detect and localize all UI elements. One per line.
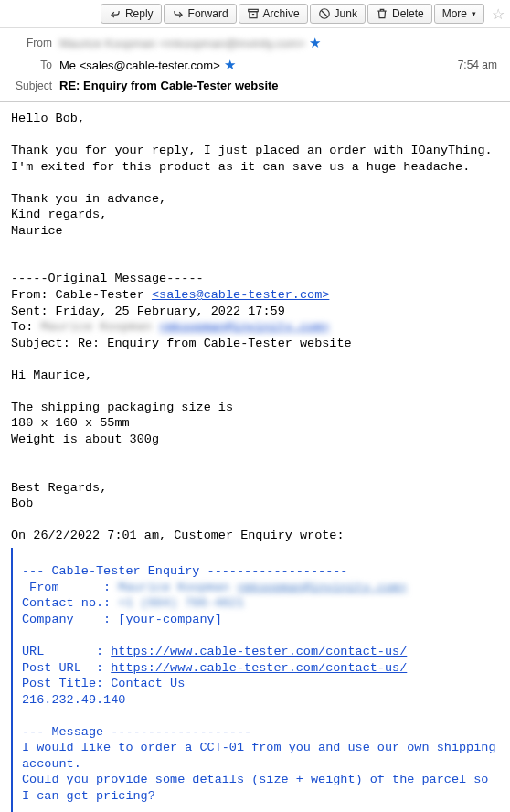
orig-ship: The shipping packaging size is 180 x 160… xyxy=(11,401,233,446)
quoted-block: --- Cable-Tester Enquiry ---------------… xyxy=(11,548,499,812)
star-icon[interactable]: ★ xyxy=(224,57,236,73)
orig-best: Best Regards, Bob xyxy=(11,481,107,511)
to-value: Me <sales@cable-tester.com> xyxy=(59,59,220,72)
message-body: Hello Bob, Thank you for your reply, I j… xyxy=(0,102,510,812)
chevron-down-icon: ▾ xyxy=(472,9,476,18)
reply-icon xyxy=(109,7,122,20)
header-to-row: To Me <sales@cable-tester.com> ★ 7:54 am xyxy=(9,54,501,76)
reply-label: Reply xyxy=(125,7,154,20)
enq-posturl-label: Post URL : xyxy=(22,661,111,675)
archive-button[interactable]: Archive xyxy=(239,4,308,24)
message-headers: From Maurice Koopman <mkoopman@invinity.… xyxy=(0,28,510,102)
orig-subject: Subject: Re: Enquiry from Cable-Tester w… xyxy=(11,337,352,350)
forward-button[interactable]: Forward xyxy=(164,4,237,24)
enq-ip: 216.232.49.140 xyxy=(22,693,125,707)
more-button[interactable]: More▾ xyxy=(434,4,484,24)
enq-contact: +1 (604) 706-4821 xyxy=(118,596,244,610)
header-from-row: From Maurice Koopman <mkoopman@invinity.… xyxy=(9,32,501,54)
orig-to-addr: <mkoopman@invinity.com> xyxy=(159,320,329,334)
header-subject-row: Subject RE: Enquiry from Cable-Tester we… xyxy=(9,76,501,95)
archive-icon xyxy=(247,7,260,20)
orig-hi: Hi Maurice, xyxy=(11,369,92,382)
forward-label: Forward xyxy=(188,7,228,20)
junk-button[interactable]: Junk xyxy=(310,4,366,24)
subject-label: Subject xyxy=(9,80,59,92)
body-p2: Thank you in advance, Kind regards, Maur… xyxy=(11,192,166,238)
enq-from-addr: <mkoopman@invinity.com> xyxy=(237,581,407,594)
enq-contact-label: Contact no.: xyxy=(22,596,118,610)
orig-divider: -----Original Message----- xyxy=(11,272,204,285)
body-greeting: Hello Bob, xyxy=(11,112,85,125)
message-toolbar: Reply Forward Archive Junk Delete More▾ … xyxy=(0,0,510,28)
delete-button[interactable]: Delete xyxy=(367,4,432,24)
on-line: On 26/2/2022 7:01 am, Customer Enquiry w… xyxy=(11,529,345,542)
forward-icon xyxy=(172,7,185,20)
delete-label: Delete xyxy=(392,7,424,20)
body-p1: Thank you for your reply, I just placed … xyxy=(11,144,493,174)
subject-value: RE: Enquiry from Cable-Tester website xyxy=(59,79,501,92)
enq-url-link[interactable]: https://www.cable-tester.com/contact-us/ xyxy=(111,645,407,658)
orig-to-label: To: xyxy=(11,320,40,334)
junk-icon xyxy=(318,7,331,20)
more-label: More xyxy=(442,7,467,20)
orig-to-name: Maurice Koopman xyxy=(40,320,152,334)
archive-label: Archive xyxy=(263,7,300,20)
from-label: From xyxy=(9,37,59,49)
enq-url-label: URL : xyxy=(22,645,111,658)
svg-rect-1 xyxy=(250,12,257,18)
orig-from-link[interactable]: <sales@cable-tester.com> xyxy=(152,288,329,302)
delete-icon xyxy=(376,7,388,20)
enq-msg-body: I would like to order a CCT-01 from you … xyxy=(22,741,504,803)
enq-post-title: Post Title: Contact Us xyxy=(22,677,185,690)
junk-label: Junk xyxy=(335,7,357,20)
message-time: 7:54 am xyxy=(458,59,501,71)
from-address: <mkoopman@invinity.com> xyxy=(160,37,306,50)
to-label: To xyxy=(9,59,59,71)
enq-msg-header: --- Message ------------------- xyxy=(22,725,251,739)
orig-from-label: From: Cable-Tester xyxy=(11,288,152,302)
enq-from-name: Maurice Koopman xyxy=(118,581,229,594)
star-outline-icon[interactable]: ☆ xyxy=(492,5,505,23)
from-name: Maurice Koopman xyxy=(59,37,156,50)
star-icon[interactable]: ★ xyxy=(309,35,321,51)
reply-button[interactable]: Reply xyxy=(101,4,162,24)
enq-from-label: From : xyxy=(22,581,118,594)
enq-posturl-link[interactable]: https://www.cable-tester.com/contact-us/ xyxy=(111,661,407,675)
enq-header: --- Cable-Tester Enquiry ---------------… xyxy=(22,564,347,578)
enq-company: Company : [your-company] xyxy=(22,613,222,626)
orig-sent: Sent: Friday, 25 February, 2022 17:59 xyxy=(11,304,285,318)
